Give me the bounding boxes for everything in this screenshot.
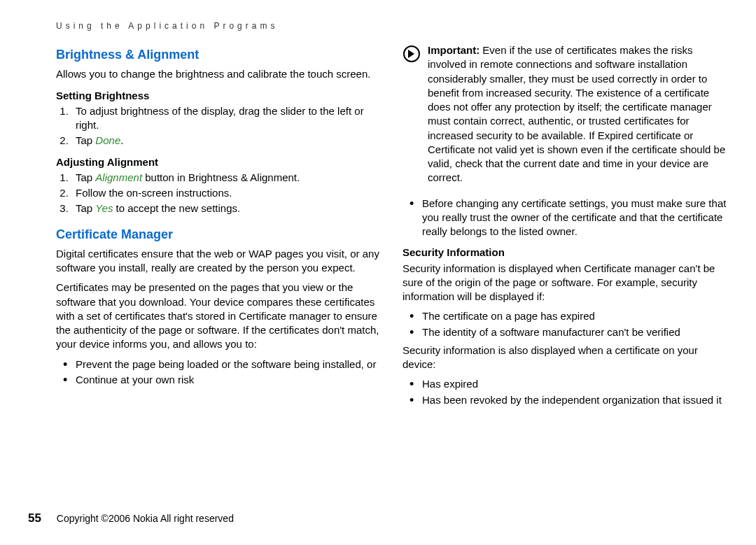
- subheading-setting-brightness: Setting Brightness: [56, 89, 382, 103]
- paragraph: Digital certificates ensure that the web…: [56, 247, 382, 276]
- list-item: Before changing any certificate settings…: [410, 197, 728, 239]
- list-item: Prevent the page being loaded or the sof…: [63, 358, 382, 371]
- ordered-list: To adjust brightness of the display, dra…: [56, 104, 382, 148]
- list-item: Continue at your own risk: [63, 373, 382, 387]
- bullet-list: Has expired Has been revoked by the inde…: [402, 377, 728, 407]
- text: to accept the new settings.: [113, 202, 240, 214]
- list-item: The certificate on a page has expired: [410, 309, 728, 323]
- bullet-list: Before changing any certificate settings…: [402, 197, 728, 239]
- paragraph: Important: Even if the use of certificat…: [428, 43, 728, 185]
- right-column: Important: Even if the use of certificat…: [402, 43, 728, 411]
- important-note: Important: Even if the use of certificat…: [402, 43, 728, 191]
- heading-brightness-alignment: Brightness & Alignment: [56, 46, 382, 63]
- list-item: The identity of a software manufacturer …: [410, 325, 728, 339]
- paragraph: Security information is displayed when C…: [402, 262, 728, 304]
- text: Tap: [76, 171, 95, 183]
- ui-term: Done: [95, 134, 120, 146]
- page-number: 55: [28, 511, 41, 525]
- list-item: Tap Alignment button in Brightness & Ali…: [71, 171, 382, 185]
- page-footer: 55 Copyright ©2006 Nokia All right reser…: [28, 511, 234, 525]
- copyright-text: Copyright ©2006 Nokia All right reserved: [57, 513, 234, 524]
- subheading-security-information: Security Information: [402, 246, 728, 260]
- list-item: Has been revoked by the independent orga…: [410, 393, 728, 407]
- text: Tap: [76, 202, 95, 214]
- ui-term: Alignment: [95, 171, 142, 183]
- text: Even if the use of certificates makes th…: [428, 44, 725, 183]
- paragraph: Allows you to change the brightness and …: [56, 67, 382, 81]
- heading-certificate-manager: Certificate Manager: [56, 226, 382, 243]
- list-item: Follow the on-screen instructions.: [71, 186, 382, 200]
- list-item: Tap Yes to accept the new settings.: [71, 201, 382, 215]
- bullet-list: The certificate on a page has expired Th…: [402, 309, 728, 339]
- text: button in Brightness & Alignment.: [142, 171, 300, 183]
- list-item: Tap Done.: [71, 134, 382, 148]
- subheading-adjusting-alignment: Adjusting Alignment: [56, 155, 382, 169]
- ordered-list: Tap Alignment button in Brightness & Ali…: [56, 171, 382, 216]
- list-item: Has expired: [410, 377, 728, 391]
- important-icon: [402, 45, 421, 63]
- running-head: Using the Application Programs: [56, 21, 728, 31]
- list-item: To adjust brightness of the display, dra…: [71, 104, 382, 133]
- ui-term: Yes: [95, 202, 113, 214]
- important-label: Important:: [428, 44, 479, 56]
- content-columns: Brightness & Alignment Allows you to cha…: [56, 43, 728, 411]
- paragraph: Certificates may be presented on the pag…: [56, 281, 382, 351]
- text: .: [120, 134, 123, 146]
- left-column: Brightness & Alignment Allows you to cha…: [56, 43, 382, 411]
- text: Tap: [76, 134, 95, 146]
- paragraph: Security information is also displayed w…: [402, 344, 728, 372]
- bullet-list: Prevent the page being loaded or the sof…: [56, 358, 382, 388]
